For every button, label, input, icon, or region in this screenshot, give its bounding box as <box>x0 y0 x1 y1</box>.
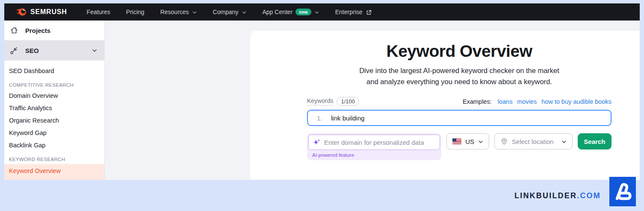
nav-item-enterprise[interactable]: Enterprise <box>335 9 372 15</box>
search-button[interactable]: Search <box>578 133 612 149</box>
sidebar-item-backlink-gap[interactable]: Backlink Gap <box>4 139 104 152</box>
location-select[interactable]: Select location <box>494 133 573 149</box>
nav-item-app-center[interactable]: App Center new <box>263 9 319 15</box>
ai-domain-box: AI-powered feature <box>307 133 441 160</box>
sidebar-item-keyword-gap[interactable]: Keyword Gap <box>4 127 104 139</box>
chevron-down-icon <box>92 47 97 53</box>
nav-item-company[interactable]: Company <box>213 9 247 15</box>
example-link-movies[interactable]: movies <box>517 98 537 105</box>
ai-feature-caption: AI-powered feature <box>308 150 440 158</box>
country-select[interactable]: US <box>446 133 489 149</box>
domain-input-wrap <box>308 135 440 150</box>
sidebar-section-competitive-research: COMPETITIVE RESEARCH <box>4 77 104 90</box>
sidebar-item-organic-research[interactable]: Organic Research <box>4 114 104 127</box>
keywords-count-badge: 1/100 <box>337 97 359 106</box>
footer-brand-name: LINKBUILDER <box>514 191 577 200</box>
new-badge: new <box>295 9 311 15</box>
semrush-logo-icon <box>15 6 27 18</box>
examples-label: Examples: <box>463 98 492 105</box>
linkbuilder-logo-icon <box>609 177 636 206</box>
chevron-down-icon <box>192 10 197 15</box>
footer-brand: LINKBUILDER .COM <box>514 191 601 200</box>
top-navbar: SEMRUSH Features Pricing Resources Compa… <box>4 3 640 21</box>
keyword-overview-card: Keyword Overview Dive into the largest A… <box>250 31 640 180</box>
page-subtitle: Dive into the largest AI-powered keyword… <box>307 65 612 87</box>
sidebar-section-keyword-research: KEYWORD RESEARCH <box>4 152 104 164</box>
sparkle-icon <box>313 138 321 146</box>
example-link-loans[interactable]: loans <box>498 98 513 105</box>
sidebar: Projects SEO SEO Dashboard <box>4 21 105 180</box>
external-link-icon <box>366 9 372 15</box>
keywords-label: Keywords <box>307 97 333 106</box>
sidebar-item-traffic-analytics[interactable]: Traffic Analytics <box>4 102 104 114</box>
sidebar-seo-links: SEO Dashboard COMPETITIVE RESEARCH Domai… <box>4 61 104 180</box>
examples-group: Examples: loans movies how to buy audibl… <box>463 98 612 105</box>
main-area: Keyword Overview Dive into the largest A… <box>105 21 640 180</box>
page-title: Keyword Overview <box>307 42 612 61</box>
sidebar-item-seo-dashboard[interactable]: SEO Dashboard <box>4 65 104 77</box>
sidebar-item-domain-overview[interactable]: Domain Overview <box>4 90 104 102</box>
footer-brand-tld: .COM <box>577 191 601 200</box>
chevron-down-icon <box>561 139 567 144</box>
keyword-input-row: 1. <box>307 110 612 126</box>
location-pin-icon <box>500 138 508 145</box>
semrush-logo[interactable]: SEMRUSH <box>15 6 67 18</box>
app-window: SEMRUSH Features Pricing Resources Compa… <box>4 3 640 180</box>
nav-item-pricing[interactable]: Pricing <box>126 9 145 15</box>
sidebar-item-keyword-overview[interactable]: Keyword Overview <box>4 164 104 180</box>
seo-telescope-icon <box>10 46 18 55</box>
chevron-down-icon <box>478 139 483 144</box>
nav-item-features[interactable]: Features <box>87 9 110 15</box>
keyword-input[interactable] <box>331 114 611 122</box>
example-link-audible-books[interactable]: how to buy audible books <box>541 98 612 105</box>
us-flag-icon <box>452 138 461 144</box>
keyword-row-number: 1. <box>317 114 331 122</box>
chevron-down-icon <box>314 10 319 15</box>
chevron-down-icon <box>242 10 247 15</box>
sidebar-item-projects[interactable]: Projects <box>4 21 104 41</box>
brand-name: SEMRUSH <box>30 8 67 16</box>
nav-item-resources[interactable]: Resources <box>160 9 197 15</box>
home-icon <box>10 26 18 35</box>
sidebar-item-seo[interactable]: SEO <box>4 41 104 61</box>
domain-input[interactable] <box>324 139 435 146</box>
nav-menu: Features Pricing Resources Company App C… <box>87 9 372 15</box>
